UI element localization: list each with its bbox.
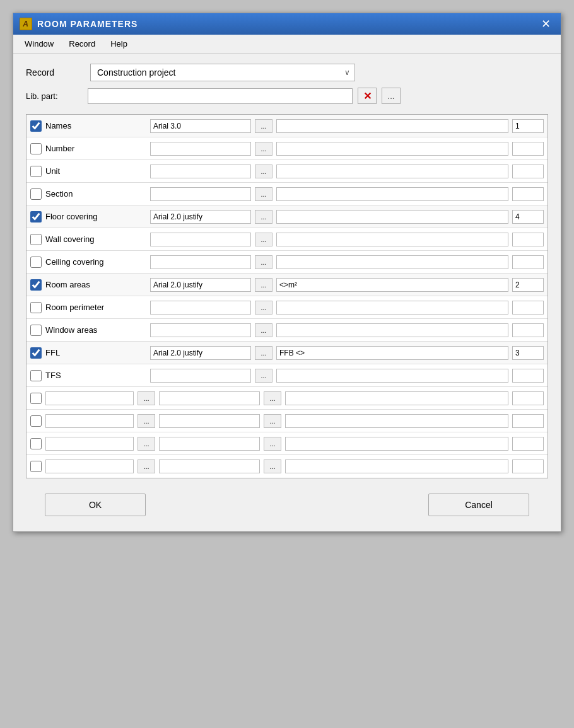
param-font-section[interactable] [150, 187, 251, 201]
libpart-clear-button[interactable]: ✕ [358, 88, 377, 104]
param-font-dots-custom2[interactable]: ... [264, 414, 281, 428]
param-text-custom3[interactable] [285, 437, 508, 451]
param-font-names[interactable] [150, 119, 251, 133]
param-font-dots-window-areas[interactable]: ... [255, 323, 272, 337]
param-checkbox-section[interactable] [30, 188, 42, 200]
param-font-tfs[interactable] [150, 369, 251, 383]
param-font-dots-custom1[interactable]: ... [264, 391, 281, 405]
param-checkbox-room-perimeter[interactable] [30, 302, 42, 313]
param-font-unit[interactable] [150, 165, 251, 178]
param-text-custom4[interactable] [285, 459, 508, 473]
param-num-section[interactable] [512, 187, 544, 201]
param-custom-name-dots-13[interactable]: ... [138, 414, 155, 428]
app-icon: A [20, 18, 32, 30]
param-custom-name-dots-14[interactable]: ... [138, 437, 155, 451]
param-text-number[interactable] [276, 142, 508, 156]
param-font-dots-ceiling-covering[interactable]: ... [255, 255, 272, 269]
param-custom-name-12[interactable] [45, 391, 134, 405]
param-text-ffl[interactable] [276, 346, 508, 360]
param-font-dots-room-perimeter[interactable]: ... [255, 301, 272, 315]
param-text-window-areas[interactable] [276, 323, 508, 337]
param-checkbox-unit[interactable] [30, 166, 42, 177]
param-text-wall-covering[interactable] [276, 233, 508, 246]
param-font-dots-room-areas[interactable]: ... [255, 278, 272, 292]
param-text-tfs[interactable] [276, 369, 508, 383]
param-font-dots-ffl[interactable]: ... [255, 346, 272, 360]
param-font-dots-custom3[interactable]: ... [264, 437, 281, 451]
param-font-ffl[interactable] [150, 346, 251, 360]
param-checkbox-window-areas[interactable] [30, 325, 42, 336]
param-font-dots-names[interactable]: ... [255, 119, 272, 133]
param-custom-name-dots-12[interactable]: ... [138, 391, 155, 405]
param-checkbox-custom2[interactable] [30, 415, 42, 427]
param-font-dots-floor-covering[interactable]: ... [255, 210, 272, 224]
param-font-custom1[interactable] [159, 391, 260, 405]
param-custom-name-dots-15[interactable]: ... [138, 459, 155, 473]
param-custom-name-13[interactable] [45, 414, 134, 428]
param-text-custom1[interactable] [285, 391, 508, 405]
param-text-section[interactable] [276, 187, 508, 201]
param-font-dots-wall-covering[interactable]: ... [255, 233, 272, 246]
param-num-window-areas[interactable] [512, 323, 544, 337]
param-num-number[interactable] [512, 142, 544, 156]
param-font-custom3[interactable] [159, 437, 260, 451]
param-font-floor-covering[interactable] [150, 210, 251, 224]
param-checkbox-tfs[interactable] [30, 370, 42, 381]
param-text-custom2[interactable] [285, 414, 508, 428]
param-checkbox-floor-covering[interactable] [30, 211, 42, 222]
param-checkbox-custom4[interactable] [30, 461, 42, 472]
param-font-number[interactable] [150, 142, 251, 156]
param-text-floor-covering[interactable] [276, 210, 508, 224]
param-font-window-areas[interactable] [150, 323, 251, 337]
param-num-custom4[interactable] [512, 459, 544, 473]
param-num-custom1[interactable] [512, 391, 544, 405]
window-close-button[interactable]: ✕ [537, 17, 554, 31]
param-num-unit[interactable] [512, 165, 544, 178]
param-font-wall-covering[interactable] [150, 233, 251, 246]
param-checkbox-ffl[interactable] [30, 347, 42, 359]
param-num-room-areas[interactable] [512, 278, 544, 292]
record-dropdown[interactable]: Construction project [90, 64, 355, 81]
libpart-browse-button[interactable]: ... [382, 88, 401, 104]
param-font-custom4[interactable] [159, 459, 260, 473]
param-num-floor-covering[interactable] [512, 210, 544, 224]
param-checkbox-ceiling-covering[interactable] [30, 257, 42, 268]
param-text-room-perimeter[interactable] [276, 301, 508, 315]
param-checkbox-names[interactable] [30, 120, 42, 132]
param-num-names[interactable] [512, 119, 544, 133]
param-checkbox-wall-covering[interactable] [30, 234, 42, 245]
param-num-wall-covering[interactable] [512, 233, 544, 246]
ok-button[interactable]: OK [45, 494, 146, 516]
param-font-custom2[interactable] [159, 414, 260, 428]
param-num-room-perimeter[interactable] [512, 301, 544, 315]
param-num-tfs[interactable] [512, 369, 544, 383]
param-num-custom2[interactable] [512, 414, 544, 428]
cancel-button[interactable]: Cancel [428, 494, 529, 516]
param-font-dots-number[interactable]: ... [255, 142, 272, 156]
menu-window[interactable]: Window [18, 37, 60, 50]
param-num-ffl[interactable] [512, 346, 544, 360]
param-text-unit[interactable] [276, 165, 508, 178]
param-text-room-areas[interactable] [276, 278, 508, 292]
param-text-names[interactable] [276, 119, 508, 133]
param-checkbox-number[interactable] [30, 143, 42, 154]
param-font-ceiling-covering[interactable] [150, 255, 251, 269]
param-num-ceiling-covering[interactable] [512, 255, 544, 269]
param-num-custom3[interactable] [512, 437, 544, 451]
param-custom-name-14[interactable] [45, 437, 134, 451]
param-font-dots-unit[interactable]: ... [255, 165, 272, 178]
param-row-ceiling-covering: Ceiling covering... [26, 251, 548, 274]
param-font-dots-custom4[interactable]: ... [264, 459, 281, 473]
param-checkbox-custom3[interactable] [30, 438, 42, 449]
param-font-room-areas[interactable] [150, 278, 251, 292]
param-font-dots-tfs[interactable]: ... [255, 369, 272, 383]
menu-help[interactable]: Help [104, 37, 134, 50]
param-font-room-perimeter[interactable] [150, 301, 251, 315]
param-custom-name-15[interactable] [45, 459, 134, 473]
param-checkbox-room-areas[interactable] [30, 279, 42, 291]
param-font-dots-section[interactable]: ... [255, 187, 272, 201]
param-text-ceiling-covering[interactable] [276, 255, 508, 269]
libpart-input[interactable] [88, 88, 353, 104]
param-checkbox-custom1[interactable] [30, 393, 42, 404]
menu-record[interactable]: Record [62, 37, 102, 50]
